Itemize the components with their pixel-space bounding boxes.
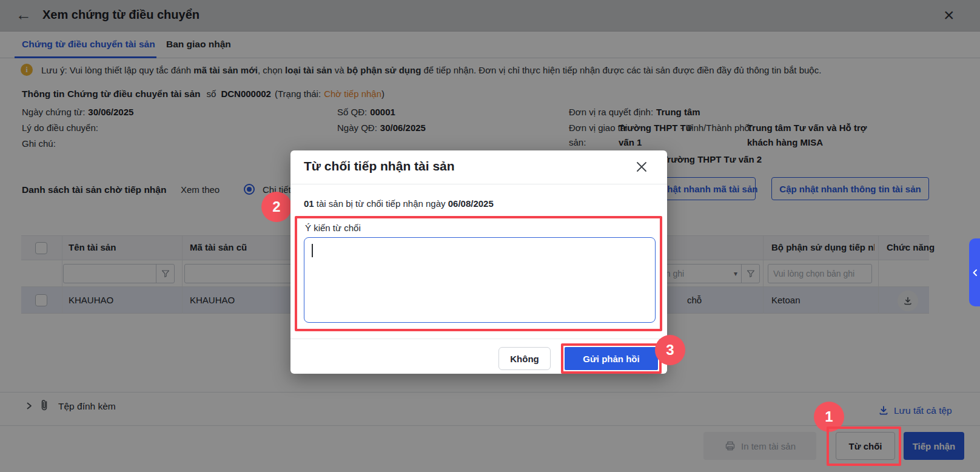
modal-close-icon[interactable] — [634, 160, 650, 175]
modal-body-mid: tài sản bị từ chối tiếp nhận ngày — [314, 198, 448, 209]
side-panel-toggle[interactable] — [969, 238, 980, 306]
rejected-date: 06/08/2025 — [448, 198, 494, 209]
modal-title: Từ chối tiếp nhận tài sản — [304, 159, 455, 174]
annotation-rect-reject — [827, 426, 901, 466]
annotation-rect-comment — [295, 216, 662, 331]
step-badge-2: 2 — [261, 192, 292, 222]
modal-divider — [290, 339, 667, 339]
chevron-left-icon — [972, 269, 978, 277]
send-feedback-button[interactable]: Gửi phản hồi — [565, 347, 658, 370]
reject-modal: Từ chối tiếp nhận tài sản 01 tài sản bị … — [290, 150, 667, 374]
app-window: ← Xem chứng từ điều chuyển × Chứng từ đi… — [0, 0, 980, 472]
step-badge-3: 3 — [655, 335, 685, 365]
rejected-count: 01 — [304, 198, 314, 209]
modal-divider — [290, 184, 667, 184]
close-x-icon — [634, 160, 649, 174]
modal-body-text: 01 tài sản bị từ chối tiếp nhận ngày 06/… — [304, 198, 494, 209]
cancel-button[interactable]: Không — [498, 347, 551, 370]
